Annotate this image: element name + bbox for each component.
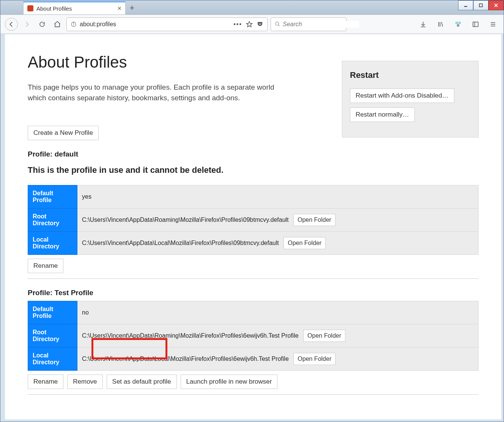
tab-title: About Profiles [36,5,72,12]
profile-table: Default Profile no Root Directory C:\Use… [28,301,479,371]
row-label: Local Directory [28,232,77,255]
back-button[interactable] [5,18,18,31]
default-profile-value: no [82,309,89,316]
toolbar-right [417,18,499,30]
extension-icon[interactable] [452,18,464,30]
browser-window: About Profiles × + ••• [0,0,504,422]
profile-heading: Profile: Test Profile [28,289,479,297]
table-row: Root Directory C:\Users\Vincent\AppData\… [28,324,479,348]
hamburger-menu-icon[interactable] [487,18,499,30]
window-controls [458,0,504,10]
profile-table: Default Profile yes Root Directory C:\Us… [28,185,479,255]
table-row: Default Profile yes [28,185,479,209]
svg-point-8 [276,22,279,25]
downloads-icon[interactable] [417,18,429,30]
svg-marker-7 [247,21,252,27]
svg-point-15 [456,22,458,24]
rename-button[interactable]: Rename [28,375,63,389]
page-actions-icon[interactable]: ••• [233,21,242,28]
site-info-icon[interactable] [71,21,77,27]
maximize-button[interactable] [473,0,488,10]
open-folder-button[interactable]: Open Folder [293,214,335,226]
restart-normally-button[interactable]: Restart normally… [350,107,415,122]
tab-about-profiles[interactable]: About Profiles × [23,2,126,14]
navigation-toolbar: ••• [0,15,504,34]
sidebar-icon[interactable] [469,18,482,30]
default-profile-value: yes [82,193,91,200]
firefox-favicon-icon [27,5,33,11]
tab-strip: About Profiles × + [0,0,504,15]
new-tab-button[interactable]: + [126,2,139,14]
search-input[interactable] [283,21,359,28]
tab-close-button[interactable]: × [117,5,121,13]
search-icon [275,21,280,27]
open-folder-button[interactable]: Open Folder [303,330,345,342]
address-bar[interactable]: ••• [66,17,268,31]
row-label: Root Directory [28,209,77,232]
row-label: Default Profile [28,185,77,209]
minimize-button[interactable] [458,0,473,10]
launch-profile-button[interactable]: Launch profile in new browser [181,375,278,389]
svg-line-14 [441,22,443,27]
table-row: Local Directory C:\Users\Vincent\AppData… [28,348,479,371]
row-label: Root Directory [28,324,77,348]
remove-button[interactable]: Remove [67,375,102,389]
library-icon[interactable] [435,18,447,30]
row-label: Local Directory [28,348,77,371]
home-button[interactable] [51,18,63,30]
table-row: Root Directory C:\Users\Vincent\AppData\… [28,209,479,232]
separator [28,394,479,395]
restart-heading: Restart [350,70,471,80]
bookmark-star-icon[interactable] [246,21,253,28]
open-folder-button[interactable]: Open Folder [293,353,335,365]
row-label: Default Profile [28,301,77,324]
reload-button[interactable] [36,18,48,30]
rename-button[interactable]: Rename [28,259,63,273]
svg-rect-1 [479,4,482,7]
close-window-button[interactable] [488,0,504,10]
forward-button[interactable] [21,18,33,30]
page-intro: This page helps you to manage your profi… [28,82,278,103]
table-row: Default Profile no [28,301,479,324]
separator [28,278,479,279]
svg-point-17 [457,24,459,26]
svg-rect-18 [473,22,478,27]
page-content: About Profiles This page helps you to ma… [5,34,501,419]
profile-in-use-notice: This is the profile in use and it cannot… [28,165,479,175]
create-new-profile-button[interactable]: Create a New Profile [28,126,99,140]
urlbar-actions: ••• [233,21,263,28]
profile-heading: Profile: default [28,150,479,158]
root-directory-path: C:\Users\Vincent\AppData\Roaming\Mozilla… [82,332,299,339]
restart-panel: Restart Restart with Add-ons Disabled… R… [342,61,479,138]
svg-line-9 [278,25,279,26]
set-default-profile-button[interactable]: Set as default profile [107,375,177,389]
table-row: Local Directory C:\Users\Vincent\AppData… [28,232,479,255]
local-directory-path: C:\Users\Vincent\AppData\Local\Mozilla\F… [82,240,279,246]
restart-addons-disabled-button[interactable]: Restart with Add-ons Disabled… [350,89,454,103]
url-input[interactable] [80,21,230,28]
pocket-icon[interactable] [257,21,263,28]
svg-point-16 [459,22,461,24]
local-directory-path: C:\Users\Vincent\AppData\Local\Mozilla\F… [82,356,289,362]
root-directory-path: C:\Users\Vincent\AppData\Roaming\Mozilla… [82,217,289,223]
search-bar[interactable] [271,17,346,31]
profile-actions: Rename [28,259,479,273]
profile-actions: Rename Remove Set as default profile Lau… [28,375,479,389]
open-folder-button[interactable]: Open Folder [284,237,326,249]
svg-point-6 [73,23,74,23]
